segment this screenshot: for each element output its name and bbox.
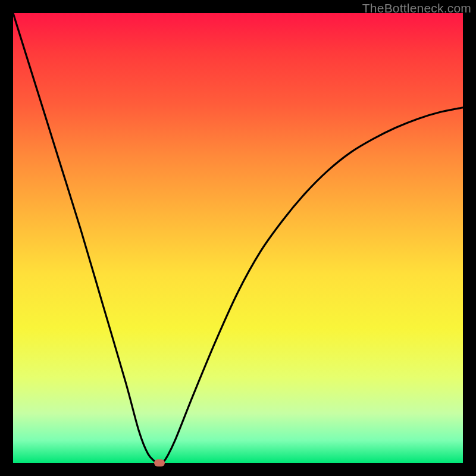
bottleneck-curve bbox=[13, 13, 463, 463]
chart-frame: TheBottleneck.com bbox=[0, 0, 476, 476]
min-marker bbox=[154, 459, 165, 466]
curve-path bbox=[13, 13, 463, 464]
plot-area bbox=[13, 13, 463, 463]
watermark-text: TheBottleneck.com bbox=[362, 1, 471, 15]
